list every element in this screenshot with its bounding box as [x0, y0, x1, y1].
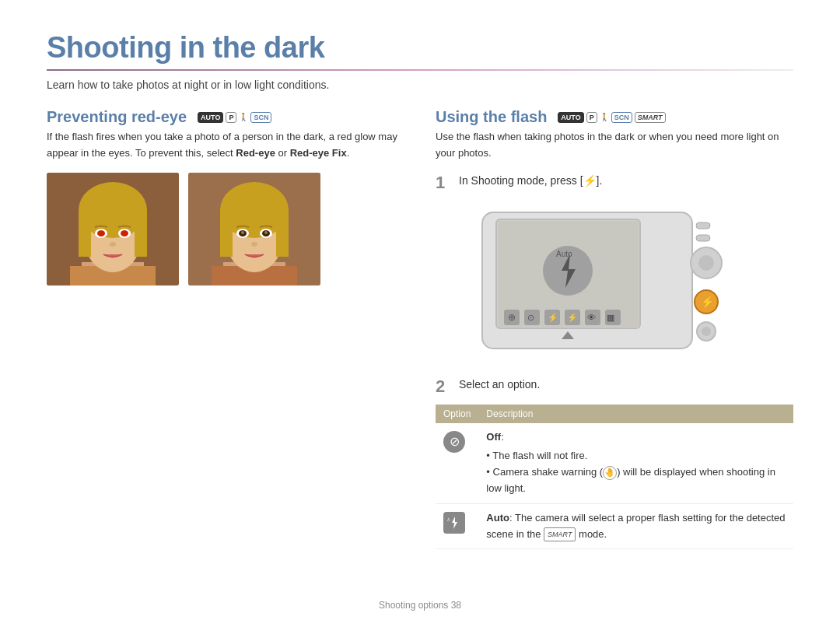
off-bullet-1: The flash will not fire. [486, 448, 786, 464]
svg-text:▦: ▦ [607, 313, 614, 322]
off-bullets: The flash will not fire. Camera shake wa… [486, 448, 786, 496]
svg-point-55 [702, 327, 711, 336]
photo-before [47, 173, 179, 285]
svg-text:⚡: ⚡ [567, 312, 578, 323]
table-header-option: Option [436, 405, 478, 423]
step-2-number: 2 [436, 378, 451, 395]
svg-rect-20 [220, 210, 233, 257]
table-cell-auto-desc: Auto: The camera will select a proper fl… [478, 503, 793, 549]
svg-text:👁: 👁 [587, 313, 596, 322]
step-2: 2 Select an option. [436, 377, 793, 395]
svg-point-51 [698, 255, 714, 271]
shake-icon: 🤚 [603, 466, 617, 480]
svg-text:Auto: Auto [556, 250, 572, 258]
right-section-title: Using the flash AUTO P 🚶 SCN SMART [436, 108, 793, 126]
footer: Shooting options 38 [47, 594, 793, 611]
badge-p: P [226, 112, 236, 123]
left-section-desc: If the flash fires when you take a photo… [47, 129, 404, 162]
step-2-text: Select an option. [459, 377, 540, 393]
svg-text:⊙: ⊙ [527, 313, 534, 322]
svg-point-24 [241, 231, 244, 234]
right-section-desc: Use the flash when taking photos in the … [436, 129, 793, 162]
svg-text:⚡: ⚡ [548, 312, 558, 323]
off-description: Off: The flash will not fire. Camera sha… [486, 429, 786, 497]
table-row-off: ⊘ Off: The flash will not fire. Camera s… [436, 423, 793, 504]
r-badge-scn: SCN [611, 112, 632, 123]
table-row-auto: A Auto: The camera will select a proper … [436, 503, 793, 549]
page-subtitle: Learn how to take photos at night or in … [47, 79, 793, 91]
preventing-redeye-label: Preventing red-eye [47, 108, 187, 126]
svg-text:⚡: ⚡ [701, 296, 715, 309]
svg-point-12 [121, 230, 128, 236]
left-column: Preventing red-eye AUTO P 🚶 SCN If the f… [47, 108, 404, 584]
r-badge-smart: SMART [635, 112, 666, 123]
table-cell-off-desc: Off: The flash will not fire. Camera sha… [478, 423, 793, 504]
off-bullet-2: Camera shake warning (🤚) will be display… [486, 464, 786, 497]
badge-icon-person: 🚶 [239, 113, 248, 121]
option-icon-auto: A [443, 512, 465, 534]
left-mode-badges: AUTO P 🚶 SCN [198, 112, 271, 123]
svg-point-13 [110, 242, 116, 247]
option-table: Option Description ⊘ Off: [436, 405, 793, 550]
option-icon-off: ⊘ [443, 431, 465, 453]
table-header-description: Description [478, 405, 793, 423]
svg-point-28 [251, 242, 257, 247]
camera-diagram: Auto ⊕ ⊙ ⚡ ⚡ [459, 201, 739, 364]
photo-after [188, 173, 320, 285]
svg-rect-21 [276, 210, 289, 257]
using-flash-label: Using the flash [436, 108, 547, 126]
svg-rect-49 [696, 235, 710, 241]
title-divider [47, 69, 793, 71]
step-1: 1 In Shooting mode, press [⚡]. [436, 173, 793, 191]
footer-text: Shooting options 38 [379, 600, 461, 611]
svg-rect-8 [135, 210, 147, 257]
badge-auto: AUTO [198, 112, 223, 123]
page-title: Shooting in the dark [47, 31, 793, 65]
svg-point-27 [264, 231, 268, 234]
badge-scn: SCN [250, 112, 271, 123]
r-badge-person-icon: 🚶 [600, 113, 609, 121]
svg-point-10 [97, 230, 105, 236]
smart-mode-badge: SMART [544, 527, 576, 541]
two-column-layout: Preventing red-eye AUTO P 🚶 SCN If the f… [47, 108, 793, 584]
right-mode-badges: AUTO P 🚶 SCN SMART [558, 112, 665, 123]
r-badge-p: P [586, 112, 597, 123]
svg-rect-7 [79, 210, 91, 257]
step-1-text: In Shooting mode, press [⚡]. [459, 173, 602, 189]
r-badge-auto: AUTO [558, 112, 583, 123]
step-1-number: 1 [436, 174, 451, 191]
page: Shooting in the dark Learn how to take p… [0, 0, 840, 634]
svg-rect-48 [696, 222, 710, 229]
auto-description: Auto: The camera will select a proper fl… [486, 510, 786, 543]
photo-row [47, 173, 404, 285]
left-section-title: Preventing red-eye AUTO P 🚶 SCN [47, 108, 404, 126]
right-column: Using the flash AUTO P 🚶 SCN SMART Use t… [436, 108, 793, 584]
svg-text:⊕: ⊕ [508, 312, 516, 323]
